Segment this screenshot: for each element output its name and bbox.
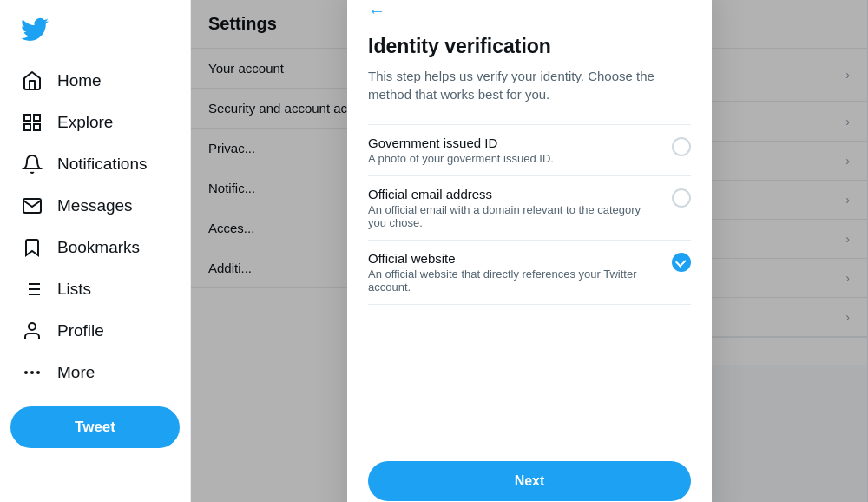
messages-icon xyxy=(21,195,43,217)
bell-icon xyxy=(21,153,43,175)
verification-option-email[interactable]: Official email address An official email… xyxy=(368,175,691,240)
bookmarks-icon xyxy=(21,236,43,259)
sidebar-item-label-profile: Profile xyxy=(57,321,104,340)
sidebar-nav: Home Explore Notifications Messages Book… xyxy=(10,61,180,393)
sidebar-item-label-lists: Lists xyxy=(57,280,91,299)
sidebar: Home Explore Notifications Messages Book… xyxy=(0,0,191,502)
more-icon xyxy=(21,361,43,384)
svg-point-13 xyxy=(25,372,27,373)
gov-id-title: Government issued ID xyxy=(368,135,554,150)
sidebar-item-label-more: More xyxy=(57,363,95,382)
verification-option-gov-id[interactable]: Government issued ID A photo of your gov… xyxy=(368,124,691,175)
gov-id-desc: A photo of your goverment issued ID. xyxy=(368,152,554,165)
email-radio[interactable] xyxy=(672,188,691,208)
sidebar-item-notifications[interactable]: Notifications xyxy=(10,144,180,184)
website-title: Official website xyxy=(368,251,658,266)
lists-icon xyxy=(21,278,43,301)
sidebar-item-label-home: Home xyxy=(57,71,102,90)
svg-point-10 xyxy=(29,323,36,330)
gov-id-radio[interactable] xyxy=(672,137,691,156)
profile-icon xyxy=(21,320,43,342)
sidebar-item-explore[interactable]: Explore xyxy=(10,102,180,142)
svg-point-11 xyxy=(31,372,33,373)
svg-rect-2 xyxy=(34,124,40,130)
modal-back-button[interactable]: ← xyxy=(368,1,385,21)
sidebar-item-profile[interactable]: Profile xyxy=(10,311,180,351)
sidebar-item-messages[interactable]: Messages xyxy=(10,186,180,226)
modal-overlay[interactable]: ← Identity verification This step helps … xyxy=(191,0,868,502)
next-button[interactable]: Next xyxy=(368,461,691,501)
sidebar-item-label-bookmarks: Bookmarks xyxy=(57,238,140,257)
modal-title: Identity verification xyxy=(368,35,691,58)
sidebar-item-home[interactable]: Home xyxy=(10,61,180,101)
email-desc: An official email with a domain relevant… xyxy=(368,203,658,229)
sidebar-item-label-notifications: Notifications xyxy=(57,155,148,174)
sidebar-item-more[interactable]: More xyxy=(10,353,180,393)
tweet-button[interactable]: Tweet xyxy=(10,406,180,448)
svg-rect-0 xyxy=(24,115,30,121)
twitter-logo[interactable] xyxy=(10,7,180,61)
sidebar-item-lists[interactable]: Lists xyxy=(10,269,180,309)
modal-subtitle: This step helps us verify your identity.… xyxy=(368,67,691,103)
identity-verification-modal: ← Identity verification This step helps … xyxy=(347,0,712,502)
email-title: Official email address xyxy=(368,187,658,201)
sidebar-item-label-explore: Explore xyxy=(57,113,113,132)
sidebar-item-label-messages: Messages xyxy=(57,196,133,215)
explore-icon xyxy=(21,111,43,134)
main-content: Settings Your account › Security and acc… xyxy=(191,0,868,502)
svg-rect-3 xyxy=(24,124,30,130)
home-icon xyxy=(21,69,43,92)
sidebar-item-bookmarks[interactable]: Bookmarks xyxy=(10,228,180,268)
website-desc: An official website that directly refere… xyxy=(368,268,658,294)
verification-option-website[interactable]: Official website An official website tha… xyxy=(368,240,691,305)
website-radio[interactable] xyxy=(672,253,691,272)
svg-rect-1 xyxy=(34,115,40,121)
svg-point-12 xyxy=(37,372,39,373)
